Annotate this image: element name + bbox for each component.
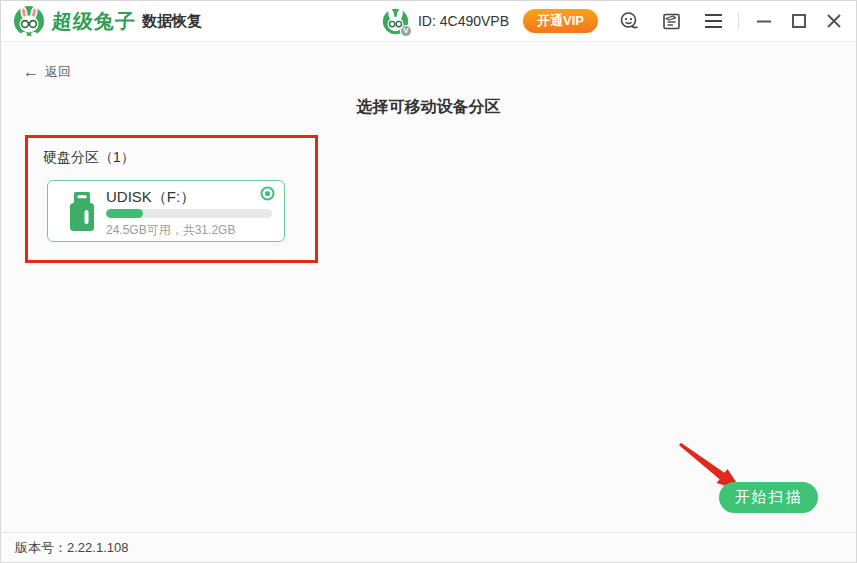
back-label: 返回 (45, 63, 71, 81)
capacity-bar (106, 209, 272, 218)
back-button[interactable]: ← 返回 (23, 63, 71, 81)
menu-icon[interactable] (702, 10, 724, 32)
brand-name: 超级兔子 (51, 8, 137, 35)
capacity-bar-fill (106, 209, 143, 218)
status-bar: 版本号：2.22.1.108 (1, 532, 856, 562)
back-arrow-icon: ← (23, 64, 39, 80)
start-scan-button[interactable]: 开始扫描 (719, 482, 818, 513)
device-card-udisk[interactable]: UDISK（F:） 24.5GB可用，共31.2GB (47, 180, 285, 242)
device-usage-text: 24.5GB可用，共31.2GB (106, 222, 235, 239)
toolbar-divider (738, 13, 739, 29)
version-label: 版本号：2.22.1.108 (15, 539, 128, 557)
partition-group-label: 硬盘分区（1） (43, 149, 135, 167)
vip-badge: V (400, 25, 412, 37)
rabbit-logo-icon (13, 5, 45, 37)
minimize-icon[interactable] (754, 11, 774, 31)
user-avatar-icon[interactable]: V (382, 8, 409, 35)
product-name: 数据恢复 (142, 12, 202, 31)
open-vip-button[interactable]: 开通VIP (523, 9, 598, 33)
page-title: 选择可移动设备分区 (1, 97, 856, 118)
app-brand: 超级兔子 数据恢复 (13, 5, 202, 37)
title-bar: 超级兔子 数据恢复 V ID: 4C490VPB 开通VIP (1, 1, 856, 42)
close-icon[interactable] (824, 11, 844, 31)
maximize-icon[interactable] (789, 11, 809, 31)
user-id: ID: 4C490VPB (418, 13, 509, 29)
device-name: UDISK（F:） (106, 188, 195, 207)
customer-service-icon[interactable] (618, 10, 640, 32)
feedback-icon[interactable] (660, 10, 682, 32)
radio-selected-icon[interactable] (260, 186, 275, 201)
usb-drive-icon (64, 190, 100, 234)
